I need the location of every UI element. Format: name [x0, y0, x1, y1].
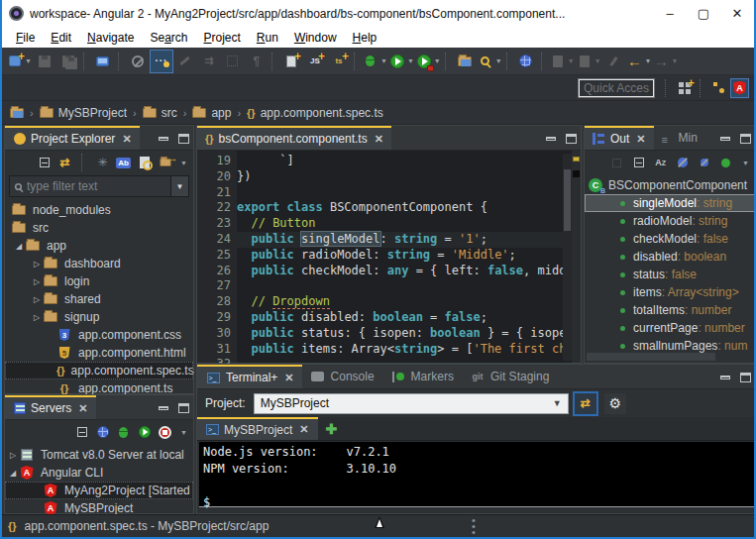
maximize-view-icon[interactable] — [740, 373, 751, 382]
angular-perspective-button[interactable]: A — [731, 79, 748, 97]
minimize-view-icon[interactable] — [720, 137, 730, 141]
expanded-arrow-icon[interactable]: ◢ — [13, 242, 25, 251]
file-search-button[interactable] — [137, 156, 152, 170]
tab-editor-file[interactable]: {} bsComponent.component.ts ✕ — [197, 126, 391, 150]
view-menu-chevron[interactable]: ▼ — [180, 429, 187, 436]
minimize-view-icon[interactable] — [159, 137, 168, 141]
minimize-view-icon[interactable] — [546, 137, 556, 141]
filter-input[interactable]: type filter text — [27, 179, 170, 193]
outline-hscrollbar[interactable] — [587, 353, 715, 361]
outline-member-totalitems[interactable]: totalItems : number — [585, 301, 755, 319]
stop-server-button[interactable] — [158, 425, 172, 440]
terminal-output[interactable]: Node.js version: v7.2.1NPM version: 3.10… — [199, 442, 755, 507]
menu-window[interactable]: Window — [286, 29, 345, 47]
explorer-item-app-component-html[interactable]: 5app.component.html — [5, 344, 193, 362]
run-external-tools-button[interactable]: ▼ — [416, 51, 441, 72]
last-edit-location-button[interactable]: ▼ — [550, 51, 575, 72]
maximize-view-icon[interactable] — [566, 134, 577, 144]
close-icon[interactable]: ✕ — [284, 372, 293, 384]
menu-run[interactable]: Run — [249, 29, 286, 47]
focus-task-button[interactable]: ✳ — [95, 156, 110, 170]
explorer-item-shared[interactable]: ▷shared — [5, 290, 193, 308]
hide-static-button[interactable] — [697, 156, 711, 170]
maximize-view-icon[interactable] — [178, 403, 189, 413]
explorer-item-src[interactable]: src — [5, 219, 193, 237]
close-icon[interactable]: ✕ — [299, 423, 308, 436]
chevron-down-icon[interactable]: ▼ — [672, 57, 679, 64]
next-annotation-button[interactable]: ▼ — [577, 51, 601, 72]
outline-member-radiomodel[interactable]: radioModel : string — [585, 212, 755, 230]
collapsed-arrow-icon[interactable]: ▷ — [31, 295, 43, 304]
go-into-button[interactable] — [158, 156, 172, 170]
collapse-all-button[interactable] — [74, 425, 89, 440]
save-all-button[interactable] — [57, 51, 79, 72]
name-filter-button[interactable]: Ab — [116, 156, 131, 170]
outline-member-status[interactable]: status : false — [585, 266, 755, 283]
tab-outline[interactable]: Out ✕ — [585, 126, 654, 150]
run-button[interactable]: ▼ — [389, 51, 414, 72]
forward-button[interactable]: →▼ — [654, 51, 679, 72]
chevron-down-icon[interactable]: ▼ — [645, 57, 652, 64]
maximize-view-icon[interactable] — [740, 134, 751, 144]
view-menu-chevron[interactable]: ▼ — [742, 160, 749, 166]
web-perspective-button[interactable] — [708, 77, 730, 99]
breadcrumb-item[interactable]: app — [192, 106, 231, 120]
maximize-view-icon[interactable] — [178, 134, 189, 144]
hide-non-public-button[interactable] — [718, 156, 733, 170]
close-icon[interactable]: ✕ — [636, 133, 645, 146]
new-js-file-button[interactable]: JS+ — [304, 51, 326, 72]
explorer-item-app[interactable]: ◢app — [5, 237, 193, 255]
close-icon[interactable]: ✕ — [78, 402, 87, 415]
collapsed-arrow-icon[interactable]: ▷ — [31, 260, 43, 269]
tab-servers[interactable]: Servers ✕ — [5, 395, 96, 419]
outline-member-singlemodel[interactable]: singleModel : string — [585, 194, 755, 212]
focus-button[interactable] — [609, 156, 624, 170]
hide-fields-button[interactable] — [675, 156, 690, 170]
annotation-marker[interactable] — [573, 157, 580, 162]
settings-gear-button[interactable]: ⚙ — [604, 393, 626, 414]
outline-member-items[interactable]: items : Array<string> — [585, 283, 755, 301]
menu-project[interactable]: Project — [195, 29, 248, 47]
close-icon[interactable]: ✕ — [375, 133, 383, 146]
collapse-all-button[interactable] — [37, 156, 52, 170]
pin-editor-button[interactable] — [603, 51, 625, 72]
collapsed-arrow-icon[interactable]: ▷ — [31, 277, 43, 286]
block-selection-button[interactable] — [222, 51, 244, 72]
outline-class-row[interactable]: CBSComponentComponent — [585, 176, 755, 194]
close-button[interactable]: ✕ — [720, 0, 754, 27]
mark-occurrences-button[interactable] — [127, 51, 149, 72]
explorer-item-dashboard[interactable]: ▷dashboard — [5, 255, 193, 272]
explorer-item-app-component-css[interactable]: 3app.component.css — [5, 326, 193, 344]
open-resource-button[interactable] — [454, 51, 476, 72]
outline-member-checkmodel[interactable]: checkModel : false — [585, 230, 755, 248]
minimize-button[interactable]: – — [653, 0, 687, 27]
servers-item-myang2project-started[interactable]: AMyAng2Project [Started — [5, 482, 193, 499]
search-button[interactable]: ▼ — [478, 51, 502, 72]
tab-project-explorer[interactable]: Project Explorer ✕ — [5, 126, 140, 150]
outline-member-currentpage[interactable]: currentPage : number — [585, 319, 755, 337]
open-terminal-button[interactable] — [92, 51, 114, 72]
new-html-file-button[interactable]: + — [280, 51, 302, 72]
minimize-view-icon[interactable] — [720, 376, 730, 379]
tab-console[interactable]: Console — [302, 365, 382, 388]
view-menu-chevron[interactable]: ▼ — [180, 160, 187, 166]
link-with-editor-button[interactable]: ⇄ — [57, 156, 72, 170]
explorer-item-node-modules[interactable]: node_modules — [5, 201, 193, 219]
outline-member-disabled[interactable]: disabled : boolean — [585, 248, 755, 266]
chevron-down-icon[interactable]: ▼ — [25, 57, 32, 64]
close-icon[interactable]: ✕ — [122, 133, 131, 146]
debug-button[interactable] — [116, 425, 131, 440]
annotation-marker[interactable] — [573, 170, 580, 177]
collapsed-arrow-icon[interactable]: ▷ — [7, 451, 19, 460]
chevron-down-icon[interactable]: ▼ — [407, 57, 414, 64]
debug-server-button[interactable] — [95, 425, 110, 440]
collapsed-arrow-icon[interactable]: ▷ — [31, 313, 43, 322]
menu-search[interactable]: Search — [142, 29, 195, 47]
breadcrumb-item[interactable]: src — [143, 106, 177, 120]
new-ts-file-button[interactable]: ts+ — [328, 51, 350, 72]
project-combo[interactable]: MySBProject ▼ — [254, 393, 569, 414]
breadcrumb-item[interactable]: MySBProject — [40, 106, 127, 120]
chevron-down-icon[interactable]: ▼ — [434, 57, 441, 64]
expanded-arrow-icon[interactable]: ◢ — [7, 469, 19, 478]
subtab-mysbproject[interactable]: >_ MySBProject ✕ — [197, 417, 318, 440]
